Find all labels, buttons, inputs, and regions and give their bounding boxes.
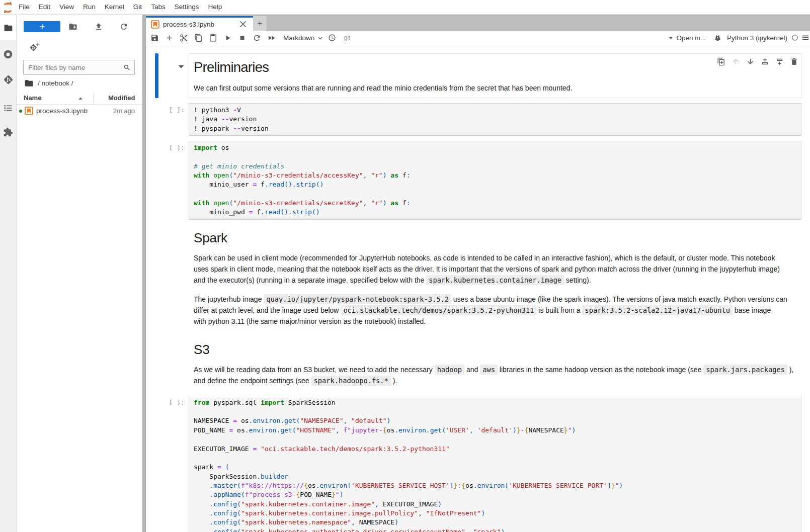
activity-running-kernels-icon[interactable] — [0, 42, 16, 67]
upload-button[interactable] — [93, 21, 105, 33]
menu-help[interactable]: Help — [203, 0, 226, 14]
tab-bar: process-s3.ipynb — [146, 15, 810, 31]
activity-table-of-contents-icon[interactable] — [0, 96, 16, 121]
cell-prompt: [ ]: — [159, 396, 189, 532]
cell-body: PreliminariesWe can first output some ve… — [189, 53, 801, 98]
cell-collapser[interactable] — [155, 103, 158, 136]
insert-below-icon[interactable] — [772, 56, 787, 66]
tab-process-s3[interactable]: process-s3.ipynb — [146, 16, 253, 31]
breadcrumb[interactable]: / notebook / — [24, 76, 73, 90]
restart-run-all-button[interactable] — [264, 31, 279, 45]
menu-view[interactable]: View — [55, 0, 78, 14]
kernel-name[interactable]: Python 3 (ipykernel) — [727, 34, 787, 42]
cell-collapser[interactable] — [155, 336, 158, 391]
move-up-icon[interactable] — [728, 56, 743, 66]
markdown-rendered[interactable]: S3As we will be reading data from an S3 … — [189, 337, 801, 390]
cell-collapser[interactable] — [155, 53, 158, 98]
sidebar-splitter[interactable] — [142, 15, 146, 532]
code-editor[interactable]: import os # get minio credentials with o… — [189, 141, 801, 219]
menu-edit[interactable]: Edit — [34, 0, 55, 14]
save-button[interactable] — [147, 31, 162, 45]
cell-1-code[interactable]: [ ]:! python3 -V ! java --version ! pysp… — [155, 103, 801, 136]
new-folder-button[interactable] — [67, 21, 79, 33]
filter-files-input[interactable] — [24, 64, 123, 71]
markdown-rendered[interactable]: PreliminariesWe can first output some ve… — [189, 54, 801, 98]
clock-icon[interactable] — [325, 31, 339, 45]
markdown-paragraph: Spark can be used in client mode (recomm… — [194, 252, 796, 286]
menu-file[interactable]: File — [14, 0, 34, 14]
clock-icon — [328, 34, 336, 42]
chevron-down-icon — [317, 35, 323, 41]
run-button[interactable] — [220, 31, 235, 45]
cell-body: from pyspark.sql import SparkSession NAM… — [189, 396, 801, 532]
delete-icon[interactable] — [787, 56, 801, 66]
cell-prompt — [159, 336, 189, 391]
menu-tabs[interactable]: Tabs — [146, 0, 170, 14]
save-icon — [150, 34, 159, 42]
move-down-icon[interactable] — [743, 56, 758, 66]
file-modified: 2m ago — [113, 107, 135, 115]
menu-settings[interactable]: Settings — [170, 0, 204, 14]
paste-cell-button[interactable] — [206, 31, 220, 45]
hamburger-icon[interactable] — [801, 34, 809, 42]
heading-collapse-icon[interactable] — [178, 63, 185, 70]
bug-icon[interactable] — [714, 34, 721, 42]
git-clone-button[interactable] — [29, 41, 41, 53]
activity-git-icon[interactable] — [0, 67, 16, 92]
column-name[interactable]: Name — [24, 94, 41, 102]
menu-run[interactable]: Run — [78, 0, 100, 14]
cell-toolbar — [714, 56, 801, 66]
insert-above-icon — [761, 57, 769, 66]
restart-kernel-button[interactable] — [250, 31, 264, 45]
cell-body: SparkSpark can be used in client mode (r… — [189, 225, 801, 331]
cell-collapser[interactable] — [155, 396, 158, 532]
code-editor[interactable]: ! python3 -V ! java --version ! pyspark … — [189, 104, 801, 135]
caret-down-icon — [178, 63, 185, 70]
cell-collapser[interactable] — [155, 225, 158, 331]
notebook-icon — [151, 20, 159, 29]
refresh-button[interactable] — [118, 21, 130, 33]
breadcrumb-path: / notebook / — [38, 79, 73, 87]
add-cell-button[interactable] — [162, 31, 177, 45]
file-row[interactable]: process-s3.ipynb 2m ago — [17, 105, 142, 117]
move-down-icon — [746, 57, 755, 66]
open-in-dropdown[interactable]: Open in... — [668, 34, 706, 42]
activity-folder-icon[interactable] — [0, 15, 16, 40]
column-modified[interactable]: Modified — [108, 94, 135, 102]
cell-4-markdown[interactable]: S3As we will be reading data from an S3 … — [155, 336, 801, 391]
add-tab-button[interactable] — [253, 16, 267, 31]
duplicate-icon[interactable] — [714, 56, 728, 66]
cell-collapser[interactable] — [155, 141, 158, 220]
folder-icon — [4, 23, 13, 33]
notebook-icon — [25, 107, 33, 115]
cell-0-markdown[interactable]: PreliminariesWe can first output some ve… — [155, 53, 801, 98]
folder-icon — [24, 78, 34, 88]
copy-cell-button[interactable] — [191, 31, 206, 45]
duplicate-icon — [717, 57, 725, 66]
markdown-rendered[interactable]: SparkSpark can be used in client mode (r… — [189, 225, 801, 331]
markdown-heading: Preliminaries — [194, 59, 796, 75]
insert-above-icon[interactable] — [758, 56, 772, 66]
new-launcher-button[interactable] — [24, 21, 60, 32]
cell-5-code[interactable]: [ ]:from pyspark.sql import SparkSession… — [155, 396, 801, 532]
stop-button[interactable] — [235, 31, 250, 45]
paste-icon — [209, 34, 217, 42]
kernel-idle-icon[interactable] — [791, 34, 798, 41]
refresh-icon — [119, 22, 128, 31]
cell-3-markdown[interactable]: SparkSpark can be used in client mode (r… — [155, 225, 801, 331]
activity-bar — [0, 15, 17, 532]
folder-icon — [24, 78, 34, 88]
sort-ascending-icon — [78, 96, 83, 101]
chevron-down-icon — [317, 35, 323, 41]
menu-kernel[interactable]: Kernel — [100, 0, 129, 14]
cell-2-code[interactable]: [ ]:import os # get minio credentials wi… — [155, 141, 801, 220]
cut-cell-button[interactable] — [177, 31, 191, 45]
code-editor[interactable]: from pyspark.sql import SparkSession NAM… — [189, 396, 801, 532]
kernel-running-dot — [19, 110, 22, 113]
activity-extension-manager-icon[interactable] — [0, 120, 16, 145]
search-icon — [123, 64, 131, 71]
menu-git[interactable]: Git — [129, 0, 146, 14]
cell-type-dropdown[interactable]: Markdown — [283, 34, 323, 42]
close-icon[interactable] — [239, 21, 247, 28]
open-in-label: Open in... — [676, 34, 706, 42]
